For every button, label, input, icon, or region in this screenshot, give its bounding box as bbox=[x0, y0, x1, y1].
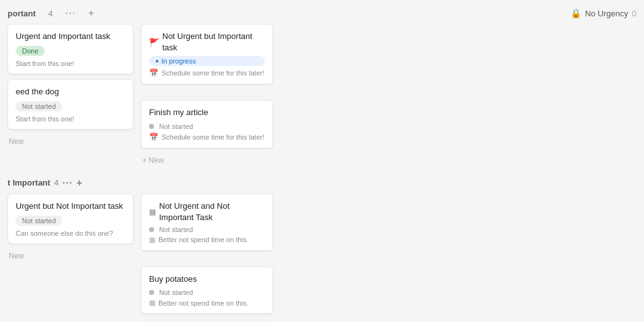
card-title: Buy potatoes bbox=[149, 274, 265, 285]
card-meta: ▦ Better not spend time on this. bbox=[149, 236, 265, 244]
meta-text: Better not spend time on this. bbox=[158, 236, 248, 243]
no-urgency-label: No Urgency bbox=[585, 9, 628, 18]
card-title: eed the dog bbox=[16, 86, 125, 97]
card-title: Finish my article bbox=[149, 107, 265, 118]
card-note: Can someone else do this one? bbox=[16, 230, 125, 237]
new-task-button-3[interactable]: New bbox=[8, 249, 133, 263]
card-title: Urgent but Not Important task bbox=[16, 201, 125, 212]
meta-text: Better not spend time on this. bbox=[158, 299, 248, 307]
section-header-count: 4 bbox=[48, 9, 53, 18]
section-dots-2[interactable]: ··· bbox=[62, 177, 72, 189]
status-label: Not started bbox=[159, 226, 193, 233]
column-urgent: Urgent and Important task Done Start fro… bbox=[8, 24, 133, 167]
table-icon-3: ▦ bbox=[149, 299, 155, 307]
new-task-button-2[interactable]: + New bbox=[141, 153, 273, 167]
card-title: Not Urgent and Not Important Task bbox=[159, 201, 265, 223]
status-badge-not-started: Not started bbox=[16, 101, 62, 111]
section-count-2: 4 bbox=[54, 178, 58, 187]
column-not-urgent-important: 🚩 Not Urgent but Important task In progr… bbox=[141, 24, 273, 167]
section-header-plus[interactable]: + bbox=[88, 8, 94, 19]
card-not-urgent-important[interactable]: 🚩 Not Urgent but Important task In progr… bbox=[141, 24, 273, 84]
status-badge-done: Done bbox=[16, 46, 45, 56]
section-header-label: portant bbox=[8, 9, 36, 18]
card-note: Start from this one! bbox=[16, 60, 125, 67]
card-note: Start from this one! bbox=[16, 115, 125, 123]
card-feed-dog[interactable]: eed the dog Not started Start from this … bbox=[8, 79, 133, 130]
flag-icon: 🚩 bbox=[149, 38, 159, 47]
table-icon-2: ▦ bbox=[149, 236, 155, 244]
card-finish-article[interactable]: Finish my article Not started 📅 Schedule… bbox=[141, 100, 273, 148]
section-columns: Urgent and Important task Done Start fro… bbox=[8, 24, 636, 167]
meta-text: Schedule some time for this later! bbox=[162, 133, 264, 141]
new-task-button[interactable]: New bbox=[8, 135, 133, 148]
card-meta: ▦ Better not spend time on this. bbox=[149, 299, 265, 307]
status-dot bbox=[149, 124, 154, 129]
card-urgent-important[interactable]: Urgent and Important task Done Start fro… bbox=[8, 24, 133, 74]
card-urgent-not-important[interactable]: Urgent but Not Important task Not starte… bbox=[8, 194, 133, 244]
card-meta: 📅 Schedule some time for this later! bbox=[149, 69, 265, 77]
table-icon: ▦ bbox=[149, 208, 156, 216]
card-title: Urgent and Important task bbox=[16, 31, 125, 42]
lock-icon: 🔒 bbox=[570, 8, 581, 18]
section-not-important: Urgent but Not Important task Not starte… bbox=[8, 194, 636, 322]
calendar-icon: 📅 bbox=[149, 69, 158, 77]
status-dot bbox=[149, 290, 154, 295]
no-urgency-badge: 🔒 No Urgency 0 bbox=[570, 8, 636, 18]
board: portant 4 ··· + 🔒 No Urgency 0 Urgent an… bbox=[0, 0, 644, 322]
divider bbox=[141, 92, 273, 92]
section-not-important-header: t Important 4 ··· + bbox=[8, 177, 636, 189]
status-dot bbox=[149, 227, 154, 232]
no-urgency-count: 0 bbox=[632, 9, 636, 18]
section-urgent-important: Urgent and Important task Done Start fro… bbox=[8, 24, 636, 167]
status-badge-in-progress: In progress bbox=[149, 56, 265, 66]
column-not-urgent-not-important: ▦ Not Urgent and Not Important Task Not … bbox=[141, 194, 273, 322]
divider-2 bbox=[141, 258, 273, 259]
card-not-urgent-not-important[interactable]: ▦ Not Urgent and Not Important Task Not … bbox=[141, 194, 273, 251]
card-title: Not Urgent but Important task bbox=[162, 31, 265, 53]
status-badge: Not started bbox=[16, 216, 62, 226]
calendar-icon: 📅 bbox=[149, 133, 158, 142]
section-label: t Important bbox=[8, 178, 50, 187]
status-label: Not started bbox=[159, 289, 193, 296]
section-columns-2: Urgent but Not Important task Not starte… bbox=[8, 194, 636, 322]
status-label: Not started bbox=[159, 123, 193, 130]
column-urgent-not-important: Urgent but Not Important task Not starte… bbox=[8, 194, 133, 322]
top-bar: portant 4 ··· + 🔒 No Urgency 0 bbox=[8, 5, 636, 24]
card-buy-potatoes[interactable]: Buy potatoes Not started ▦ Better not sp… bbox=[141, 267, 273, 314]
card-meta: 📅 Schedule some time for this later! bbox=[149, 133, 265, 142]
section-plus-2[interactable]: + bbox=[76, 177, 82, 189]
meta-text: Schedule some time for this later! bbox=[162, 69, 264, 77]
section-header-dots[interactable]: ··· bbox=[65, 8, 75, 19]
